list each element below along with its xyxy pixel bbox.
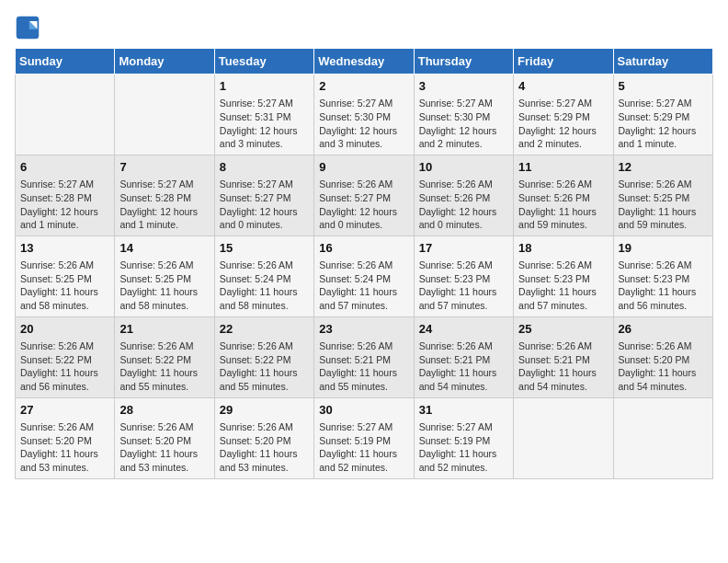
day-detail: Daylight: 11 hours and 58 minutes. xyxy=(119,285,209,312)
calendar-cell: 25Sunrise: 5:26 AMSunset: 5:21 PMDayligh… xyxy=(514,316,613,397)
day-detail: Daylight: 12 hours and 2 minutes. xyxy=(518,124,608,151)
day-number: 28 xyxy=(119,402,209,419)
day-detail: Sunset: 5:24 PM xyxy=(220,272,309,286)
logo-icon xyxy=(15,15,40,40)
day-detail: Daylight: 12 hours and 2 minutes. xyxy=(419,124,508,151)
day-detail: Sunset: 5:26 PM xyxy=(518,191,608,205)
calendar-table: SundayMondayTuesdayWednesdayThursdayFrid… xyxy=(15,48,713,479)
day-detail: Daylight: 11 hours and 57 minutes. xyxy=(518,285,608,312)
day-number: 13 xyxy=(20,240,109,257)
day-number: 14 xyxy=(119,240,209,257)
day-number: 23 xyxy=(319,321,408,338)
day-number: 1 xyxy=(220,78,309,95)
week-row-5: 27Sunrise: 5:26 AMSunset: 5:20 PMDayligh… xyxy=(16,397,713,478)
day-number: 15 xyxy=(220,240,309,257)
day-detail: Sunrise: 5:26 AM xyxy=(20,259,109,272)
calendar-cell: 20Sunrise: 5:26 AMSunset: 5:22 PMDayligh… xyxy=(16,316,115,397)
logo xyxy=(15,15,44,40)
day-detail: Daylight: 11 hours and 53 minutes. xyxy=(20,447,109,474)
day-detail: Sunrise: 5:26 AM xyxy=(119,339,209,353)
day-detail: Sunset: 5:23 PM xyxy=(419,272,508,286)
day-detail: Sunrise: 5:27 AM xyxy=(419,97,508,110)
day-detail: Sunrise: 5:26 AM xyxy=(419,178,508,191)
day-detail: Daylight: 11 hours and 52 minutes. xyxy=(419,447,508,474)
calendar-cell: 18Sunrise: 5:26 AMSunset: 5:23 PMDayligh… xyxy=(514,236,613,316)
day-detail: Daylight: 12 hours and 1 minute. xyxy=(619,124,708,151)
day-detail: Sunrise: 5:26 AM xyxy=(518,178,608,191)
calendar-cell: 8Sunrise: 5:27 AMSunset: 5:27 PMDaylight… xyxy=(214,155,313,236)
day-detail: Sunset: 5:29 PM xyxy=(518,110,608,124)
day-detail: Daylight: 12 hours and 3 minutes. xyxy=(319,124,408,151)
day-detail: Sunrise: 5:26 AM xyxy=(319,259,408,272)
calendar-cell: 1Sunrise: 5:27 AMSunset: 5:31 PMDaylight… xyxy=(214,75,313,155)
header xyxy=(15,15,713,40)
day-detail: Sunrise: 5:26 AM xyxy=(220,339,309,353)
week-row-4: 20Sunrise: 5:26 AMSunset: 5:22 PMDayligh… xyxy=(16,316,713,397)
calendar-cell: 13Sunrise: 5:26 AMSunset: 5:25 PMDayligh… xyxy=(16,236,115,316)
day-number: 31 xyxy=(419,402,508,419)
day-detail: Sunset: 5:19 PM xyxy=(419,434,508,448)
calendar-cell: 3Sunrise: 5:27 AMSunset: 5:30 PMDaylight… xyxy=(414,75,513,155)
day-detail: Sunrise: 5:27 AM xyxy=(20,178,109,191)
calendar-cell xyxy=(16,75,115,155)
calendar-cell: 6Sunrise: 5:27 AMSunset: 5:28 PMDaylight… xyxy=(16,155,115,236)
calendar-cell: 5Sunrise: 5:27 AMSunset: 5:29 PMDaylight… xyxy=(613,75,712,155)
day-detail: Sunset: 5:22 PM xyxy=(20,353,109,367)
day-detail: Sunrise: 5:27 AM xyxy=(319,97,408,110)
day-detail: Sunset: 5:22 PM xyxy=(119,353,209,367)
day-header-saturday: Saturday xyxy=(613,49,712,75)
day-header-monday: Monday xyxy=(115,49,214,75)
day-detail: Daylight: 12 hours and 0 minutes. xyxy=(419,205,508,232)
day-detail: Daylight: 12 hours and 1 minute. xyxy=(20,205,109,232)
day-detail: Daylight: 11 hours and 57 minutes. xyxy=(319,285,408,312)
day-detail: Sunset: 5:25 PM xyxy=(20,272,109,286)
day-detail: Sunrise: 5:26 AM xyxy=(220,420,309,434)
day-detail: Sunrise: 5:26 AM xyxy=(518,339,608,353)
day-detail: Sunrise: 5:26 AM xyxy=(220,259,309,272)
day-header-sunday: Sunday xyxy=(16,49,115,75)
day-detail: Sunrise: 5:27 AM xyxy=(220,178,309,191)
day-detail: Daylight: 11 hours and 56 minutes. xyxy=(619,285,708,312)
calendar-cell: 17Sunrise: 5:26 AMSunset: 5:23 PMDayligh… xyxy=(414,236,513,316)
day-number: 5 xyxy=(619,78,708,95)
day-number: 22 xyxy=(220,321,309,338)
day-detail: Sunrise: 5:26 AM xyxy=(619,178,708,191)
calendar-cell xyxy=(115,75,214,155)
day-detail: Daylight: 11 hours and 58 minutes. xyxy=(20,285,109,312)
calendar-cell xyxy=(514,397,613,478)
calendar-cell: 7Sunrise: 5:27 AMSunset: 5:28 PMDaylight… xyxy=(115,155,214,236)
day-detail: Sunset: 5:26 PM xyxy=(419,191,508,205)
week-row-3: 13Sunrise: 5:26 AMSunset: 5:25 PMDayligh… xyxy=(16,236,713,316)
day-detail: Sunrise: 5:26 AM xyxy=(319,339,408,353)
day-number: 30 xyxy=(319,402,408,419)
calendar-cell: 24Sunrise: 5:26 AMSunset: 5:21 PMDayligh… xyxy=(414,316,513,397)
day-number: 18 xyxy=(518,240,608,257)
day-number: 29 xyxy=(220,402,309,419)
day-detail: Daylight: 11 hours and 55 minutes. xyxy=(319,366,408,393)
calendar-cell: 14Sunrise: 5:26 AMSunset: 5:25 PMDayligh… xyxy=(115,236,214,316)
day-detail: Sunset: 5:28 PM xyxy=(119,191,209,205)
calendar-cell: 29Sunrise: 5:26 AMSunset: 5:20 PMDayligh… xyxy=(214,397,313,478)
calendar-cell: 22Sunrise: 5:26 AMSunset: 5:22 PMDayligh… xyxy=(214,316,313,397)
day-detail: Sunset: 5:19 PM xyxy=(319,434,408,448)
calendar-cell: 15Sunrise: 5:26 AMSunset: 5:24 PMDayligh… xyxy=(214,236,313,316)
day-detail: Daylight: 12 hours and 0 minutes. xyxy=(319,205,408,232)
day-detail: Sunrise: 5:27 AM xyxy=(518,97,608,110)
day-detail: Daylight: 11 hours and 54 minutes. xyxy=(518,366,608,393)
calendar-cell: 12Sunrise: 5:26 AMSunset: 5:25 PMDayligh… xyxy=(613,155,712,236)
day-number: 17 xyxy=(419,240,508,257)
day-detail: Daylight: 11 hours and 55 minutes. xyxy=(119,366,209,393)
day-number: 11 xyxy=(518,159,608,176)
calendar-cell: 16Sunrise: 5:26 AMSunset: 5:24 PMDayligh… xyxy=(314,236,414,316)
day-detail: Sunrise: 5:26 AM xyxy=(419,339,508,353)
day-detail: Daylight: 11 hours and 59 minutes. xyxy=(619,205,708,232)
day-number: 25 xyxy=(518,321,608,338)
calendar-cell: 31Sunrise: 5:27 AMSunset: 5:19 PMDayligh… xyxy=(414,397,513,478)
day-number: 3 xyxy=(419,78,508,95)
day-detail: Daylight: 11 hours and 54 minutes. xyxy=(619,366,708,393)
day-header-wednesday: Wednesday xyxy=(314,49,414,75)
day-detail: Sunset: 5:21 PM xyxy=(419,353,508,367)
day-detail: Sunrise: 5:26 AM xyxy=(119,420,209,434)
day-detail: Sunset: 5:22 PM xyxy=(220,353,309,367)
day-number: 19 xyxy=(619,240,708,257)
